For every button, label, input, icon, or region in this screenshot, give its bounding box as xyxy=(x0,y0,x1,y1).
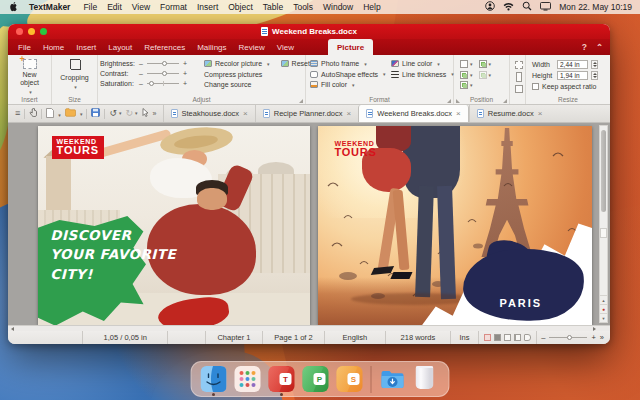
status-overflow-icon[interactable]: » xyxy=(600,333,604,342)
menubar-app-name[interactable]: TextMaker xyxy=(25,2,74,12)
position-rotate-button[interactable] xyxy=(479,60,492,68)
horizontal-scrollbar[interactable] xyxy=(8,325,610,331)
photo-frame-button[interactable]: Photo frame xyxy=(310,60,391,67)
dock-textmaker-icon[interactable]: T xyxy=(269,366,295,392)
touch-mode-icon[interactable] xyxy=(29,108,37,119)
menu-view[interactable]: View xyxy=(127,2,155,12)
ribbon-tab-insert[interactable]: Insert xyxy=(70,39,102,55)
zoom-in-button[interactable]: + xyxy=(591,333,595,342)
view-book-icon[interactable] xyxy=(524,334,531,341)
dock-downloads-icon[interactable] xyxy=(380,366,406,392)
adjust-dialog-launcher-icon[interactable] xyxy=(299,99,303,103)
autoshape-effects-button[interactable]: AutoShape effects xyxy=(310,71,391,78)
contrast-slider[interactable] xyxy=(147,73,179,74)
width-step-down-icon[interactable] xyxy=(593,65,597,67)
height-stepper[interactable] xyxy=(591,71,598,80)
ribbon-tab-review[interactable]: Review xyxy=(233,39,271,55)
menu-object[interactable]: Object xyxy=(223,2,258,12)
document-page-2[interactable]: PARIS WEEKEND TOURS xyxy=(318,126,592,325)
brightness-slider-thumb[interactable] xyxy=(162,61,167,66)
contrast-minus-button[interactable]: – xyxy=(139,70,143,77)
compress-pictures-button[interactable]: Compress pictures xyxy=(204,71,303,78)
line-color-button[interactable]: Line color xyxy=(391,60,451,67)
view-master-icon[interactable] xyxy=(494,334,501,341)
saturation-slider[interactable] xyxy=(147,83,179,84)
menu-edit[interactable]: Edit xyxy=(102,2,127,12)
dock-launchpad-icon[interactable] xyxy=(235,366,261,392)
split-view-handle[interactable] xyxy=(600,228,607,238)
new-document-icon[interactable] xyxy=(46,108,61,120)
menu-insert[interactable]: Insert xyxy=(192,2,223,12)
ribbon-tab-references[interactable]: References xyxy=(138,39,191,55)
zoom-slider-thumb[interactable] xyxy=(567,335,572,340)
document-page-1[interactable]: DISCOVER YOUR FAVORITE CITY! WEEKEND TOU… xyxy=(38,126,310,325)
hscroll-left-icon[interactable] xyxy=(11,327,14,331)
new-object-button[interactable]: New object xyxy=(10,57,49,95)
position-dialog-launcher-icon[interactable] xyxy=(503,99,507,103)
width-step-up-icon[interactable] xyxy=(593,62,597,64)
document-tab-steakhouse[interactable]: Steakhouse.docx × xyxy=(163,105,255,122)
width-stepper[interactable] xyxy=(591,60,598,69)
redo-icon[interactable]: ↻ xyxy=(126,109,138,118)
dock-trash-icon[interactable] xyxy=(414,366,440,392)
height-step-up-icon[interactable] xyxy=(593,73,597,75)
vertical-scrollbar-thumb[interactable] xyxy=(601,130,606,212)
cropping-button[interactable]: Cropping xyxy=(54,57,95,95)
menu-file[interactable]: File xyxy=(78,2,102,12)
status-insert-mode[interactable]: Ins xyxy=(450,331,477,344)
close-tab-icon[interactable]: × xyxy=(538,109,543,118)
close-tab-icon[interactable]: × xyxy=(456,109,461,118)
saturation-minus-button[interactable]: – xyxy=(139,80,143,87)
minimize-window-button[interactable] xyxy=(28,28,35,35)
brightness-slider[interactable] xyxy=(147,63,179,64)
qat-overflow-icon[interactable]: » xyxy=(153,110,157,117)
status-language[interactable]: English xyxy=(324,331,384,344)
menu-format[interactable]: Format xyxy=(155,2,192,12)
display-icon[interactable] xyxy=(540,2,551,13)
document-tab-recipe-planner[interactable]: Recipe Planner.docx × xyxy=(255,105,358,122)
zoom-window-button[interactable] xyxy=(40,28,47,35)
sidebar-toggle-icon[interactable]: ≡ xyxy=(15,109,20,118)
close-tab-icon[interactable]: × xyxy=(243,109,248,118)
saturation-slider-thumb[interactable] xyxy=(149,81,154,86)
select-objects-icon[interactable] xyxy=(515,61,523,69)
view-normal-icon[interactable] xyxy=(484,334,491,341)
dock-finder-icon[interactable] xyxy=(201,366,227,392)
position-order-front-button[interactable] xyxy=(460,71,473,79)
document-tab-resume[interactable]: Resume.docx × xyxy=(469,105,550,122)
brightness-plus-button[interactable]: + xyxy=(183,60,187,67)
position-order-back-button[interactable] xyxy=(460,81,473,89)
object-mode-icon[interactable] xyxy=(142,108,149,119)
dock-presentations-icon[interactable]: S xyxy=(337,366,363,392)
text-wrap-icon[interactable] xyxy=(516,72,522,82)
browse-previous-icon[interactable]: ▲ xyxy=(600,295,607,304)
search-icon[interactable] xyxy=(522,1,532,13)
hscroll-right-icon[interactable] xyxy=(593,327,596,331)
document-tab-weekend-breaks[interactable]: Weekend Breaks.docx × xyxy=(358,105,469,122)
menu-tools[interactable]: Tools xyxy=(288,2,318,12)
menu-help[interactable]: Help xyxy=(358,2,385,12)
status-page-number[interactable]: Page 1 of 2 xyxy=(262,331,324,344)
wifi-icon[interactable] xyxy=(503,2,514,13)
object-properties-icon[interactable] xyxy=(515,85,523,93)
ribbon-help-icon[interactable]: ? xyxy=(582,42,587,52)
view-fullscreen-icon[interactable] xyxy=(514,334,521,341)
recolor-picture-button[interactable]: Recolor picture xyxy=(204,60,270,67)
position-dialog-launcher-left-icon[interactable] xyxy=(456,99,460,103)
ribbon-tab-mailings[interactable]: Mailings xyxy=(191,39,232,55)
ribbon-tab-picture[interactable]: Picture xyxy=(328,39,373,55)
status-word-count[interactable]: 218 words xyxy=(385,331,451,344)
apple-icon[interactable] xyxy=(10,2,19,13)
browse-next-icon[interactable]: ▼ xyxy=(600,313,607,322)
position-page-button[interactable] xyxy=(460,60,473,68)
ribbon-tab-layout[interactable]: Layout xyxy=(102,39,138,55)
saturation-plus-button[interactable]: + xyxy=(183,80,187,87)
ribbon-tab-home[interactable]: Home xyxy=(37,39,70,55)
browse-object-icon[interactable]: ● xyxy=(600,304,607,313)
dock-planmaker-icon[interactable]: P xyxy=(303,366,329,392)
contrast-slider-thumb[interactable] xyxy=(162,71,167,76)
width-field[interactable] xyxy=(557,60,588,69)
contrast-plus-button[interactable]: + xyxy=(183,70,187,77)
line-thickness-button[interactable]: Line thickness xyxy=(391,71,451,78)
change-source-button[interactable]: Change source xyxy=(204,81,303,88)
